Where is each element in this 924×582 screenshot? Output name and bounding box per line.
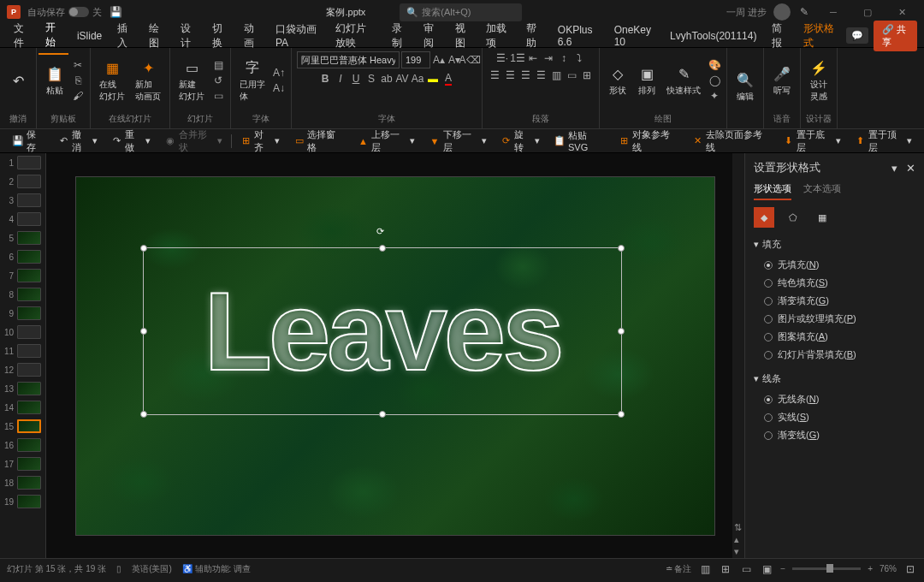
share-button[interactable]: 🔗 共享	[874, 21, 917, 51]
thumbnail-slide[interactable]: 15	[0, 417, 45, 436]
radio-no-fill[interactable]: 无填充(N)	[754, 256, 915, 274]
resize-handle[interactable]	[140, 328, 147, 335]
resize-handle[interactable]	[618, 328, 625, 335]
rotate-handle-icon[interactable]: ⟳	[376, 226, 388, 238]
close-button[interactable]: ✕	[886, 2, 917, 22]
copy-icon[interactable]: ⎘	[71, 74, 85, 87]
bullets-icon[interactable]: ☰·	[495, 51, 509, 65]
dictate-button[interactable]: 🎤听写	[769, 62, 795, 98]
slide-canvas[interactable]: ⟳ Leaves	[75, 176, 715, 536]
fit-to-window-icon[interactable]: ⊡	[903, 562, 917, 576]
language-status[interactable]: 英语(美国)	[132, 563, 172, 575]
shape-effects-icon[interactable]: ✦	[708, 89, 721, 103]
sorter-view-icon[interactable]: ⊞	[719, 562, 732, 576]
accessibility-status[interactable]: ♿ 辅助功能: 调查	[182, 563, 251, 575]
cut-icon[interactable]: ✂	[71, 58, 85, 72]
font-size-select[interactable]	[401, 51, 430, 68]
text-direction-icon[interactable]: ⤵	[572, 51, 586, 65]
italic-icon[interactable]: I	[334, 72, 347, 86]
panel-close-icon[interactable]: ✕	[906, 162, 915, 175]
shadow-icon[interactable]: ab	[380, 72, 394, 86]
grow-font-icon[interactable]: A↑	[272, 66, 286, 80]
arrange-button[interactable]: ▣排列	[634, 62, 660, 98]
section-icon[interactable]: ▭	[211, 89, 225, 103]
tab-text-options[interactable]: 文本选项	[803, 182, 841, 200]
reset-icon[interactable]: ↺	[211, 74, 225, 87]
zoom-in-icon[interactable]: +	[868, 564, 873, 573]
resize-handle[interactable]	[379, 245, 386, 252]
radio-gradient-line[interactable]: 渐变线(G)	[754, 426, 915, 444]
scroll-split-icon[interactable]: ⇅	[734, 522, 743, 531]
resize-handle[interactable]	[618, 411, 625, 418]
columns-icon[interactable]: ▥	[549, 68, 563, 82]
slideshow-view-icon[interactable]: ▣	[760, 562, 773, 576]
fill-section-header[interactable]: ▾ 填充	[754, 238, 915, 251]
qat-object-guides[interactable]: ⊞对象参考线	[613, 126, 683, 157]
clear-format-icon[interactable]: A⌫	[463, 53, 477, 67]
qat-bring-to-front[interactable]: ⬆置于顶层▾	[850, 126, 917, 157]
align-left-icon[interactable]: ☰	[488, 68, 501, 82]
resize-handle[interactable]	[618, 245, 625, 252]
qat-undo[interactable]: ↶撤消▾	[53, 126, 103, 157]
qat-bring-forward[interactable]: ▲上移一层▾	[352, 126, 420, 157]
numbering-icon[interactable]: 1☰	[511, 51, 524, 65]
new-slide-button[interactable]: ▭新建 幻灯片	[175, 56, 208, 104]
quick-styles-button[interactable]: ✎快速样式	[663, 62, 704, 98]
qat-rotate[interactable]: ⟳旋转▾	[495, 126, 545, 157]
slide-counter[interactable]: 幻灯片 第 15 张，共 19 张	[7, 563, 106, 575]
maximize-button[interactable]: ▢	[852, 2, 883, 22]
comments-button[interactable]: 💬	[846, 27, 868, 44]
smartart-icon[interactable]: ⊞	[580, 68, 594, 82]
scroll-down-icon[interactable]: ▾	[734, 546, 743, 555]
align-text-icon[interactable]: ▭	[565, 68, 578, 82]
spacing-icon[interactable]: AV	[395, 72, 409, 86]
qat-redo[interactable]: ↷重做▾	[106, 126, 156, 157]
slide-text[interactable]: Leaves	[204, 267, 561, 395]
underline-icon[interactable]: U	[349, 72, 363, 86]
canvas-area[interactable]: ⟳ Leaves ⇅ ▴ ▾	[46, 153, 744, 558]
effects-icon[interactable]: ⬠	[783, 207, 803, 228]
resize-handle[interactable]	[140, 245, 147, 252]
qat-merge[interactable]: ◉合并形状▾	[159, 126, 227, 157]
resize-handle[interactable]	[379, 411, 386, 418]
thumbnail-slide[interactable]: 6	[0, 247, 45, 266]
used-font-button[interactable]: 字已用字 体	[236, 56, 269, 104]
tab-onekey[interactable]: OneKey 10	[607, 21, 661, 51]
font-color-icon[interactable]: A	[441, 72, 455, 86]
radio-no-line[interactable]: 无线条(N)	[754, 390, 915, 408]
thumbnail-slide[interactable]: 12	[0, 360, 45, 379]
reading-view-icon[interactable]: ▭	[739, 562, 753, 576]
radio-background-fill[interactable]: 幻灯片背景填充(B)	[754, 346, 915, 364]
case-icon[interactable]: Aa	[411, 72, 424, 86]
scroll-up-icon[interactable]: ▴	[734, 534, 743, 543]
thumbnail-slide[interactable]: 3	[0, 191, 45, 210]
notes-button[interactable]: ≐ 备注	[666, 563, 692, 575]
radio-solid-line[interactable]: 实线(S)	[754, 408, 915, 426]
thumbnail-slide[interactable]: 10	[0, 323, 45, 341]
layout-icon[interactable]: ▤	[211, 58, 225, 72]
qat-save[interactable]: 💾保存	[7, 126, 50, 157]
strike-icon[interactable]: S	[364, 72, 378, 86]
shapes-button[interactable]: ◇形状	[605, 62, 631, 98]
design-ideas-button[interactable]: ⚡设计 灵感	[806, 56, 832, 104]
paste-button[interactable]: 📋粘贴	[42, 62, 68, 98]
thumbnail-slide[interactable]: 2	[0, 172, 45, 191]
thumbnail-slide[interactable]: 11	[0, 341, 45, 360]
tab-islide[interactable]: iSlide	[70, 27, 109, 45]
zoom-out-icon[interactable]: −	[780, 564, 785, 573]
online-slide-button[interactable]: ▦在线 幻灯片	[96, 56, 128, 104]
thumbnail-slide[interactable]: 5	[0, 229, 45, 247]
thumbnail-slide[interactable]: 16	[0, 436, 45, 454]
radio-picture-fill[interactable]: 图片或纹理填充(P)	[754, 310, 915, 328]
text-box-selection[interactable]: ⟳ Leaves	[143, 247, 622, 415]
thumbnail-slide[interactable]: 7	[0, 266, 45, 285]
align-center-icon[interactable]: ☰	[503, 68, 517, 82]
qat-align[interactable]: ⊞对齐▾	[235, 126, 285, 157]
thumbnail-slide[interactable]: 1	[0, 153, 45, 172]
highlight-icon[interactable]: ▬	[426, 72, 440, 86]
size-props-icon[interactable]: ▦	[812, 207, 832, 228]
align-right-icon[interactable]: ☰	[518, 68, 532, 82]
thumbnail-slide[interactable]: 14	[0, 398, 45, 417]
zoom-slider[interactable]	[792, 567, 861, 570]
shrink-font-icon[interactable]: A↓	[272, 81, 286, 95]
